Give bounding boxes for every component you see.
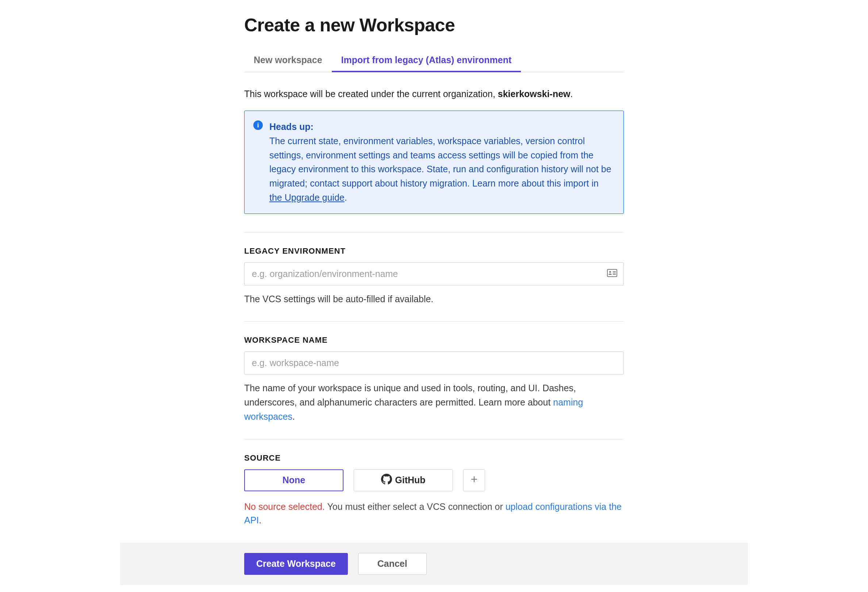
footer-actions: Create Workspace Cancel — [120, 543, 748, 585]
org-description-suffix: . — [571, 89, 573, 99]
alert-content: Heads up: The current state, environment… — [269, 120, 613, 205]
workspace-name-help: The name of your workspace is unique and… — [244, 381, 624, 424]
tabs: New workspace Import from legacy (Atlas)… — [244, 50, 624, 72]
cancel-button[interactable]: Cancel — [358, 553, 427, 575]
source-github-button[interactable]: GitHub — [354, 469, 453, 491]
id-card-icon — [607, 269, 617, 279]
tab-new-workspace[interactable]: New workspace — [244, 50, 332, 72]
org-name: skierkowski-new — [498, 89, 571, 99]
source-github-label: GitHub — [395, 475, 425, 486]
upgrade-guide-link[interactable]: the Upgrade guide — [269, 192, 345, 202]
source-section: SOURCE None GitHub — [244, 439, 624, 527]
heads-up-alert: i Heads up: The current state, environme… — [244, 111, 624, 214]
source-help: No source selected. You must either sele… — [244, 500, 624, 527]
alert-body: The current state, environment variables… — [269, 136, 611, 188]
github-icon — [381, 474, 392, 487]
alert-body-suffix: . — [345, 192, 347, 202]
workspace-name-input[interactable] — [244, 351, 624, 375]
create-workspace-button[interactable]: Create Workspace — [244, 553, 348, 575]
legacy-environment-help: The VCS settings will be auto-filled if … — [244, 292, 624, 306]
workspace-name-section: WORKSPACE NAME The name of your workspac… — [244, 321, 624, 424]
workspace-name-label: WORKSPACE NAME — [244, 335, 624, 345]
alert-heading: Heads up: — [269, 121, 313, 132]
svg-point-1 — [609, 271, 611, 273]
tab-import-legacy[interactable]: Import from legacy (Atlas) environment — [332, 50, 521, 72]
page-title: Create a new Workspace — [244, 15, 624, 36]
source-error-text: No source selected. — [244, 502, 325, 512]
add-source-button[interactable] — [463, 469, 485, 491]
legacy-environment-input[interactable] — [244, 263, 624, 285]
info-icon: i — [253, 120, 263, 130]
source-label: SOURCE — [244, 453, 624, 463]
org-description: This workspace will be created under the… — [244, 88, 624, 100]
legacy-environment-label: LEGACY ENVIRONMENT — [244, 247, 624, 256]
legacy-environment-section: LEGACY ENVIRONMENT The VCS settings will… — [244, 232, 624, 306]
org-description-prefix: This workspace will be created under the… — [244, 89, 498, 99]
source-none-button[interactable]: None — [244, 469, 344, 491]
plus-icon — [470, 475, 478, 486]
